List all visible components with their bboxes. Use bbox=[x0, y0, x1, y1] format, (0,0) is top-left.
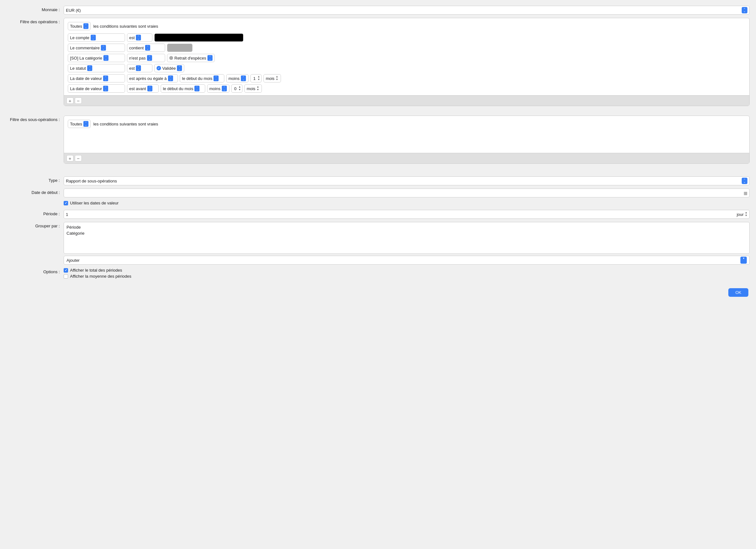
monnaie-value: EUR (€) bbox=[66, 8, 740, 13]
add-condition-sous-ops-button[interactable]: + bbox=[67, 155, 73, 161]
cond-value-3[interactable]: ✓ Validée ⌃⌄ bbox=[154, 64, 184, 72]
cond-dateref-arrow-4[interactable]: ⌃⌄ bbox=[213, 75, 219, 81]
cond-field-arrow-1[interactable]: ⌃⌄ bbox=[101, 45, 106, 51]
cond-dateref-4[interactable]: le début du mois ⌃⌄ bbox=[180, 74, 224, 82]
cond-op-arrow-1[interactable]: ⌃⌄ bbox=[145, 45, 150, 51]
cond-num-4[interactable]: 1 ▲▼ bbox=[250, 74, 262, 82]
cond-field-1[interactable]: Le commentaire ⌃⌄ bbox=[68, 44, 125, 52]
monnaie-select-wrap[interactable]: EUR (€) bbox=[64, 6, 750, 15]
type-select[interactable]: Rapport de sous-opérations bbox=[64, 176, 750, 185]
periode-input[interactable]: 1 jour ▲▼ bbox=[64, 210, 750, 219]
cond-unit-arrows-4[interactable]: ▲▼ bbox=[276, 75, 278, 81]
filter-sous-operations-box: Toutes ⌃⌄ les conditions suivantes sont … bbox=[64, 116, 750, 164]
cond-op-arrow-3[interactable]: ⌃⌄ bbox=[136, 65, 141, 71]
condition-text-sous-ops: les conditions suivantes sont vraies bbox=[93, 122, 158, 126]
periode-value: 1 bbox=[66, 212, 737, 217]
cond-num-arrows-4[interactable]: ▲▼ bbox=[257, 75, 260, 81]
cond-dateref-label-4: le début du mois bbox=[182, 76, 212, 81]
toutes-select-ops[interactable]: Toutes ⌃⌄ bbox=[68, 22, 91, 30]
cond-value-2[interactable]: Retrait d'espèces ⌃⌄ bbox=[167, 54, 215, 62]
cond-num-arrows-5[interactable]: ▲▼ bbox=[238, 86, 241, 91]
cond-direction-4[interactable]: moins ⌃⌄ bbox=[226, 74, 249, 82]
cond-op-arrow-0[interactable]: ⌃⌄ bbox=[136, 35, 141, 40]
cond-value-0[interactable] bbox=[154, 33, 243, 42]
ok-button[interactable]: OK bbox=[728, 288, 748, 297]
type-control: Rapport de sous-opérations bbox=[64, 176, 750, 185]
cond-op-3[interactable]: est ⌃⌄ bbox=[127, 64, 152, 72]
condition-row-3: Le statut ⌃⌄ est ⌃⌄ ✓ Validée ⌃⌄ bbox=[68, 64, 745, 72]
periode-stepper[interactable]: ▲▼ bbox=[745, 211, 747, 217]
cond-direction-arrow-4[interactable]: ⌃⌄ bbox=[241, 75, 246, 81]
cond-field-arrow-4[interactable]: ⌃⌄ bbox=[103, 75, 108, 81]
toutes-arrow-sous-ops[interactable]: ⌃⌄ bbox=[83, 121, 88, 127]
monnaie-label: Monnaie : bbox=[6, 6, 64, 12]
cond-unit-arrows-5[interactable]: ▲▼ bbox=[257, 86, 259, 91]
cond-field-arrow-0[interactable]: ⌃⌄ bbox=[91, 35, 96, 40]
cond-field-arrow-5[interactable]: ⌃⌄ bbox=[103, 86, 108, 91]
condition-row-5: La date de valeur ⌃⌄ est avant ⌃⌄ le déb… bbox=[68, 84, 745, 93]
option-1-checkbox[interactable] bbox=[64, 274, 68, 279]
add-condition-ops-button[interactable]: + bbox=[67, 97, 73, 104]
cond-num-5[interactable]: 0 ▲▼ bbox=[231, 84, 242, 93]
type-value: Rapport de sous-opérations bbox=[66, 179, 740, 183]
cond-op-0[interactable]: est ⌃⌄ bbox=[127, 33, 152, 42]
cond-field-3[interactable]: Le statut ⌃⌄ bbox=[68, 64, 125, 72]
toutes-arrow-ops[interactable]: ⌃⌄ bbox=[83, 23, 88, 29]
cond-dateref-arrow-5[interactable]: ⌃⌄ bbox=[194, 86, 199, 91]
monnaie-stepper-icon[interactable] bbox=[742, 7, 747, 13]
utiliser-dates-control: Utiliser les dates de valeur bbox=[64, 200, 750, 207]
filter-ops-header: Toutes ⌃⌄ les conditions suivantes sont … bbox=[68, 22, 745, 30]
cond-op-arrow-4[interactable]: ⌃⌄ bbox=[168, 75, 173, 81]
utiliser-dates-checkbox[interactable] bbox=[64, 201, 68, 205]
cond-direction-5[interactable]: moins ⌃⌄ bbox=[207, 84, 229, 93]
cond-op-5[interactable]: est avant ⌃⌄ bbox=[127, 84, 159, 93]
option-0-label: Afficher le total des périodes bbox=[70, 268, 122, 272]
grouper-item-0: Période bbox=[67, 224, 747, 230]
validated-arrow[interactable]: ⌃⌄ bbox=[177, 65, 182, 71]
remove-condition-sous-ops-button[interactable]: − bbox=[75, 155, 82, 161]
option-0-checkbox[interactable] bbox=[64, 268, 68, 272]
cond-value-1[interactable] bbox=[167, 44, 193, 52]
cond-op-2[interactable]: n'est pas ⌃⌄ bbox=[127, 54, 165, 62]
cond-field-label-4: La date de valeur bbox=[70, 76, 102, 81]
remove-condition-ops-button[interactable]: − bbox=[75, 97, 82, 104]
cond-field-2[interactable]: [SO] La catégorie ⌃⌄ bbox=[68, 54, 125, 62]
cond-num-val-5: 0 bbox=[233, 86, 238, 91]
cond-op-label-2: n'est pas bbox=[129, 56, 146, 60]
utiliser-dates-label-empty bbox=[6, 200, 64, 202]
grouper-par-control: Période Catégorie Ajouter ▾ bbox=[64, 222, 750, 264]
cond-op-arrow-2[interactable]: ⌃⌄ bbox=[147, 55, 152, 61]
cond-op-1[interactable]: contient ⌃⌄ bbox=[127, 44, 165, 52]
cond-direction-arrow-5[interactable]: ⌃⌄ bbox=[222, 86, 227, 91]
cond-op-label-5: est avant bbox=[129, 86, 146, 91]
monnaie-row: Monnaie : EUR (€) bbox=[0, 6, 756, 15]
filter-operations-box: Toutes ⌃⌄ les conditions suivantes sont … bbox=[64, 18, 750, 106]
cond-field-5[interactable]: La date de valeur ⌃⌄ bbox=[68, 84, 125, 93]
cond-field-label-2: [SO] La catégorie bbox=[70, 56, 102, 60]
type-label: Type : bbox=[6, 176, 64, 183]
date-debut-input[interactable]: ▦ bbox=[64, 188, 750, 197]
cond-dateref-5[interactable]: le début du mois ⌃⌄ bbox=[161, 84, 205, 93]
ajouter-arrow[interactable]: ▾ bbox=[740, 257, 747, 264]
condition-row-1: Le commentaire ⌃⌄ contient ⌃⌄ bbox=[68, 44, 745, 52]
cond-field-0[interactable]: Le compte ⌃⌄ bbox=[68, 33, 125, 42]
cond-unit-label-4: mois bbox=[266, 76, 274, 81]
grouper-list[interactable]: Période Catégorie bbox=[64, 222, 750, 254]
cond-op-label-4: est après ou égale à bbox=[129, 76, 167, 81]
type-arrow[interactable] bbox=[742, 178, 747, 184]
cond-unit-4[interactable]: mois ▲▼ bbox=[263, 74, 281, 82]
cond-field-arrow-2[interactable]: ⌃⌄ bbox=[103, 55, 109, 61]
cond-unit-5[interactable]: mois ▲▼ bbox=[244, 84, 262, 93]
cond-field-4[interactable]: La date de valeur ⌃⌄ bbox=[68, 74, 125, 82]
retrait-arrow[interactable]: ⌃⌄ bbox=[207, 55, 213, 61]
cond-field-label-1: Le commentaire bbox=[70, 46, 100, 50]
cond-field-arrow-3[interactable]: ⌃⌄ bbox=[87, 65, 92, 71]
toutes-select-sous-ops[interactable]: Toutes ⌃⌄ bbox=[68, 120, 91, 128]
ajouter-row[interactable]: Ajouter ▾ bbox=[64, 256, 750, 264]
condition-text-ops: les conditions suivantes sont vraies bbox=[93, 24, 158, 29]
calendar-icon[interactable]: ▦ bbox=[744, 191, 747, 195]
cond-op-4[interactable]: est après ou égale à ⌃⌄ bbox=[127, 74, 178, 82]
cond-op-label-1: contient bbox=[129, 46, 144, 50]
validated-label: Validée bbox=[162, 66, 176, 71]
cond-op-arrow-5[interactable]: ⌃⌄ bbox=[147, 86, 152, 91]
